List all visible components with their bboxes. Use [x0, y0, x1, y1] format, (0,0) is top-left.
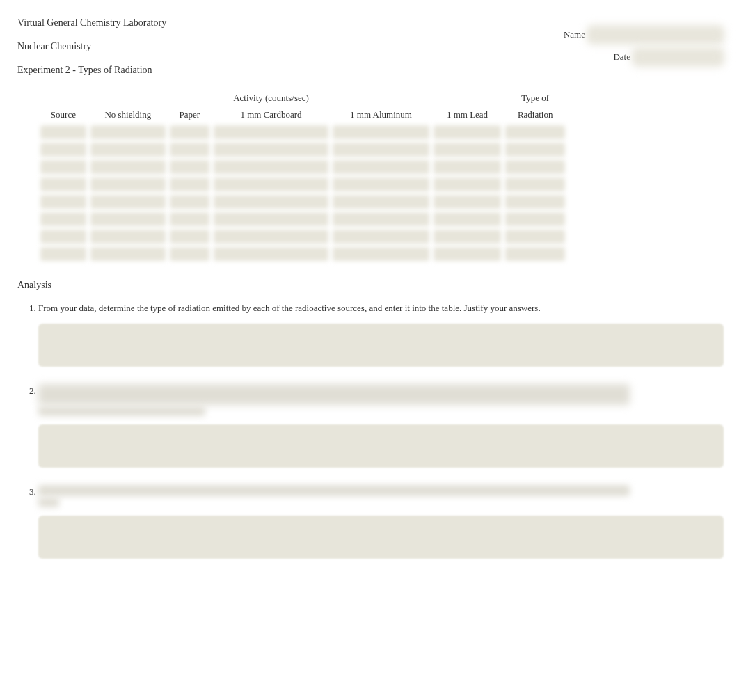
table-cell[interactable] — [90, 177, 166, 191]
table-cell[interactable] — [90, 143, 166, 157]
table-cell[interactable] — [434, 143, 502, 157]
table-cell[interactable] — [40, 230, 86, 244]
table-cell[interactable] — [170, 160, 209, 174]
table-cell[interactable] — [170, 143, 209, 157]
table-cell[interactable] — [333, 195, 429, 209]
col-type-line2: Radiation — [503, 106, 567, 123]
table-cell[interactable] — [40, 195, 86, 209]
table-row — [38, 245, 567, 262]
table-cell[interactable] — [214, 195, 329, 209]
table-cell[interactable] — [505, 247, 565, 261]
date-label: Date — [613, 51, 630, 63]
question-3-text-blurred-line2 — [38, 498, 59, 507]
col-source: Source — [38, 90, 88, 123]
table-cell[interactable] — [40, 125, 86, 139]
table-row — [38, 210, 567, 228]
table-cell[interactable] — [434, 247, 502, 261]
experiment-title: Experiment 2 - Types of Radiation — [17, 65, 166, 76]
table-cell[interactable] — [40, 212, 86, 226]
col-type-line1: Type of — [503, 90, 567, 106]
table-cell[interactable] — [214, 230, 329, 244]
table-cell[interactable] — [333, 230, 429, 244]
table-cell[interactable] — [333, 125, 429, 139]
table-cell[interactable] — [40, 247, 86, 261]
table-cell[interactable] — [505, 230, 565, 244]
table-cell[interactable] — [90, 195, 166, 209]
table-cell[interactable] — [40, 160, 86, 174]
table-cell[interactable] — [170, 212, 209, 226]
question-2-text-blurred-line2 — [38, 406, 205, 416]
table-cell[interactable] — [90, 125, 166, 139]
table-row — [38, 141, 567, 158]
table-cell[interactable] — [333, 177, 429, 191]
table-cell[interactable] — [505, 125, 565, 139]
question-3 — [38, 485, 722, 559]
table-cell[interactable] — [214, 177, 329, 191]
table-row — [38, 123, 567, 141]
table-cell[interactable] — [434, 230, 502, 244]
table-row — [38, 228, 567, 245]
question-1: From your data, determine the type of ra… — [38, 301, 722, 367]
table-cell[interactable] — [333, 160, 429, 174]
table-cell[interactable] — [214, 212, 329, 226]
topic-title: Nuclear Chemistry — [17, 41, 166, 52]
table-cell[interactable] — [170, 195, 209, 209]
table-row — [38, 158, 567, 175]
table-cell[interactable] — [214, 125, 329, 139]
table-cell[interactable] — [170, 247, 209, 261]
table-cell[interactable] — [333, 212, 429, 226]
question-2-text-blurred — [38, 384, 630, 405]
col-paper: Paper — [168, 90, 212, 123]
table-cell[interactable] — [333, 247, 429, 261]
table-cell[interactable] — [505, 195, 565, 209]
table-cell[interactable] — [170, 177, 209, 191]
answer-box-1[interactable] — [38, 324, 724, 367]
table-row — [38, 193, 567, 210]
table-cell[interactable] — [214, 247, 329, 261]
question-1-text: From your data, determine the type of ra… — [38, 303, 541, 313]
table-row — [38, 175, 567, 193]
question-2 — [38, 384, 722, 468]
date-input[interactable] — [635, 50, 722, 64]
col-cardboard: 1 mm Cardboard — [212, 106, 331, 123]
question-3-text-blurred — [38, 485, 630, 496]
table-cell[interactable] — [40, 177, 86, 191]
table-cell[interactable] — [170, 125, 209, 139]
table-cell[interactable] — [170, 230, 209, 244]
lab-title: Virtual General Chemistry Laboratory — [17, 17, 166, 29]
col-aluminum: 1 mm Aluminum — [331, 90, 431, 123]
table-cell[interactable] — [505, 143, 565, 157]
name-input[interactable] — [589, 28, 722, 42]
answer-box-2[interactable] — [38, 424, 724, 468]
col-lead: 1 mm Lead — [431, 90, 504, 123]
answer-box-3[interactable] — [38, 516, 724, 559]
table-cell[interactable] — [434, 212, 502, 226]
table-cell[interactable] — [214, 160, 329, 174]
table-cell[interactable] — [434, 177, 502, 191]
table-cell[interactable] — [505, 160, 565, 174]
table-cell[interactable] — [505, 177, 565, 191]
table-cell[interactable] — [90, 212, 166, 226]
col-no-shielding: No shielding — [88, 90, 168, 123]
radiation-data-table: Source No shielding Paper Activity (coun… — [38, 90, 567, 262]
name-label: Name — [564, 29, 585, 40]
table-cell[interactable] — [90, 230, 166, 244]
table-cell[interactable] — [434, 160, 502, 174]
table-cell[interactable] — [90, 160, 166, 174]
table-cell[interactable] — [505, 212, 565, 226]
analysis-title: Analysis — [17, 280, 722, 291]
table-cell[interactable] — [214, 143, 329, 157]
table-cell[interactable] — [40, 143, 86, 157]
col-activity-header: Activity (counts/sec) — [212, 90, 331, 106]
table-cell[interactable] — [434, 195, 502, 209]
table-cell[interactable] — [333, 143, 429, 157]
table-cell[interactable] — [434, 125, 502, 139]
table-cell[interactable] — [90, 247, 166, 261]
